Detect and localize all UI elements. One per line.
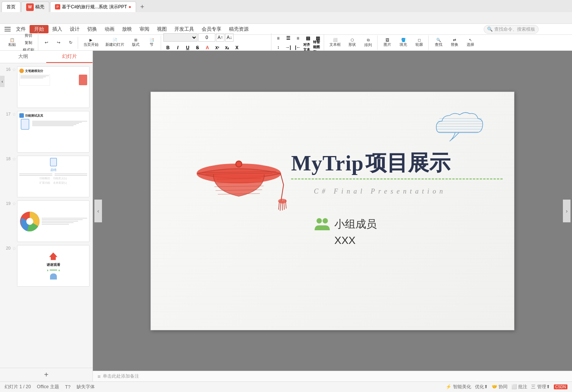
tab-home[interactable]: 首页 xyxy=(2,2,20,12)
slide-star-icon[interactable]: ☆ xyxy=(12,156,16,162)
slide-subtitle: C# Final Presentation xyxy=(314,187,446,195)
new-slide-button[interactable]: 📄 新建幻灯片 xyxy=(102,36,127,50)
menu-slideshow[interactable]: 放映 xyxy=(118,25,136,33)
undo-button[interactable]: ↩ xyxy=(41,37,52,49)
slide-thumbnail[interactable]: 文笔建模划分 xyxy=(17,66,89,108)
shape-button[interactable]: ⬡ 形状 xyxy=(345,36,360,50)
font-size-input[interactable] xyxy=(198,33,215,42)
member-icon xyxy=(314,217,331,231)
slide-thumbnail[interactable] xyxy=(17,200,89,242)
wps-logo-icon: W xyxy=(26,3,34,11)
slide-star-icon[interactable]: ☆ xyxy=(12,66,16,72)
menu-insert[interactable]: 插入 xyxy=(49,25,66,33)
tab-ppt[interactable]: P 基于C#的旅行规...系统 演示PPT ● xyxy=(50,2,136,12)
svg-point-25 xyxy=(279,199,286,203)
slide-number: 20 xyxy=(3,245,11,250)
menu-dev[interactable]: 开发工具 xyxy=(171,25,198,33)
smart-shape-button[interactable]: 转智能图形 xyxy=(313,43,322,52)
redo-button[interactable]: ↪ xyxy=(53,37,64,49)
comment-icon: ≡ xyxy=(97,373,100,380)
status-right-actions: ⚡ 智能美化 优化⬆ 🤝 协同 ⬜ 批注 三 管理⬆ CSDN xyxy=(446,384,567,390)
svg-point-28 xyxy=(323,218,328,223)
menu-wps-resource[interactable]: 稿壳资源 xyxy=(225,25,252,33)
missing-font-icon: T? xyxy=(65,384,71,390)
font-group: A↑ A↓ B I U S A X² X₂ X xyxy=(162,33,271,52)
layout-button[interactable]: ⊞ 版式 xyxy=(128,36,143,50)
prev-slide-button[interactable]: ‹ xyxy=(94,200,102,222)
decrease-indent-button[interactable]: |← xyxy=(293,43,302,52)
menu-transition[interactable]: 切换 xyxy=(83,25,101,33)
optimize-button[interactable]: 优化⬆ xyxy=(475,384,488,390)
canvas-scroll[interactable]: ‹ xyxy=(93,51,572,371)
svg-point-26 xyxy=(236,161,242,167)
missing-font-label: 缺失字体 xyxy=(77,384,95,390)
justify-button[interactable]: ▤ xyxy=(303,34,312,42)
align-text-button[interactable]: 对齐文本 xyxy=(303,43,312,52)
image-button[interactable]: 🖼 图片 xyxy=(380,36,395,50)
font-family-select[interactable] xyxy=(163,33,197,42)
title-underline-decoration xyxy=(291,178,503,180)
section-button[interactable]: 📑 节 xyxy=(144,36,159,50)
start-slide-button[interactable]: ▶ 当页开始 xyxy=(80,36,102,50)
fill-button[interactable]: 🪣 填充 xyxy=(396,36,411,50)
add-tab-button[interactable]: + xyxy=(137,2,147,12)
outline-tab[interactable]: 大纲 xyxy=(0,51,46,63)
font-increase-button[interactable]: A↑ xyxy=(216,33,224,42)
copy-button[interactable]: 复制 xyxy=(20,39,36,46)
increase-indent-button[interactable]: →| xyxy=(284,43,293,52)
csdn-logo: CSDN xyxy=(554,384,567,389)
member-name: XXX xyxy=(314,234,377,247)
blue-cloud-decoration xyxy=(433,108,486,144)
slide-list: 16 ☆ 文笔建模划分 xyxy=(0,63,92,368)
replace-button[interactable]: ⇄ 替换 xyxy=(447,36,462,50)
smart-beautify-button[interactable]: ⚡ 智能美化 xyxy=(446,384,471,390)
slide-thumbnail[interactable]: 总结 功能概括 功能意义(L) 扩展功 xyxy=(17,156,89,197)
menu-animation[interactable]: 动画 xyxy=(101,25,118,33)
play-icon: ▶ xyxy=(89,38,92,42)
slides-tab[interactable]: 幻灯片 xyxy=(46,51,92,63)
align-center-button[interactable]: ☰ xyxy=(284,34,293,42)
paste-group: 📋 粘贴 剪切 复制 格式刷 xyxy=(3,32,38,53)
line-space-button[interactable]: ↕ xyxy=(274,43,283,52)
repeat-button[interactable]: ↻ xyxy=(65,37,76,49)
sidebar-tabs: 大纲 幻灯片 xyxy=(0,51,92,63)
menu-review[interactable]: 审阅 xyxy=(136,25,153,33)
align-left-button[interactable]: ≡ xyxy=(274,34,283,42)
search-box[interactable]: 🔍 查找命令、搜索模板 xyxy=(484,25,539,34)
paste-button[interactable]: 📋 粘贴 xyxy=(5,36,20,50)
tab-gaoke[interactable]: W 稿壳 xyxy=(21,2,49,12)
collaborate-button[interactable]: 🤝 协同 xyxy=(492,384,508,390)
undo-group: ↩ ↪ ↻ xyxy=(39,37,78,49)
font-decrease-button[interactable]: A↓ xyxy=(225,33,234,42)
slide-star-icon[interactable]: ☆ xyxy=(12,111,16,117)
slide-canvas: MyTrip 项目展示 C# Final Presentation xyxy=(150,92,514,330)
cut-button[interactable]: 剪切 xyxy=(20,32,36,39)
align-right-button[interactable]: ≡ xyxy=(293,34,302,42)
shape-group: ⬜ 文本框 ⬡ 形状 ⧉ 排列 xyxy=(325,36,378,50)
list-item: 17 ☆ 功能测试及其 xyxy=(3,111,89,153)
select-button[interactable]: ↖ 选择 xyxy=(463,36,478,50)
find-button[interactable]: 🔍 查找 xyxy=(431,36,446,50)
menu-view[interactable]: 视图 xyxy=(153,25,171,33)
textbox-button[interactable]: ⬜ 文本框 xyxy=(326,36,344,50)
slide-thumbnail[interactable]: 谢谢观看 xyxy=(17,245,89,287)
sidebar-collapse-button[interactable]: ‹ xyxy=(0,76,5,87)
manage-button[interactable]: 三 管理⬆ xyxy=(531,384,550,390)
slide-number: 17 xyxy=(3,111,11,116)
fill-icon: 🪣 xyxy=(401,38,406,42)
main-area: ‹ 大纲 幻灯片 16 ☆ 文笔建模划分 xyxy=(0,51,572,381)
menu-design[interactable]: 设计 xyxy=(66,25,83,33)
add-slide-button[interactable]: + xyxy=(0,368,92,381)
graduation-cap-illustration xyxy=(187,141,291,225)
outline-button[interactable]: ◻ 轮廓 xyxy=(412,36,427,50)
slide-star-icon[interactable]: ☆ xyxy=(12,200,16,206)
slide-star-icon[interactable]: ☆ xyxy=(12,245,16,251)
comment-button[interactable]: ⬜ 批注 xyxy=(511,384,527,390)
arrange-button[interactable]: ⧉ 排列 xyxy=(360,36,376,50)
slide-thumbnail[interactable]: 功能测试及其 xyxy=(17,111,89,153)
find-icon: 🔍 xyxy=(436,38,441,42)
next-slide-button[interactable]: › xyxy=(563,200,570,222)
comment-bar[interactable]: ≡ 单击此处添加备注 xyxy=(93,371,572,381)
replace-icon: ⇄ xyxy=(453,38,456,42)
menu-member[interactable]: 会员专享 xyxy=(198,25,225,33)
